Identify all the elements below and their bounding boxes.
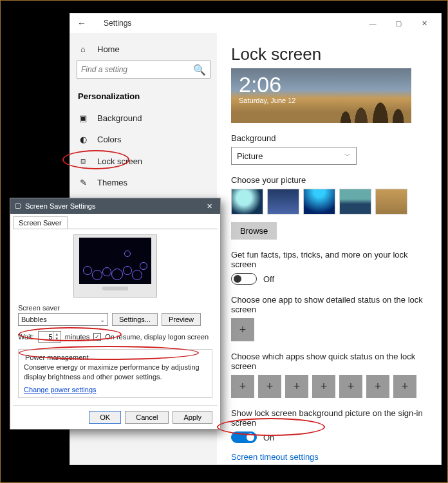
add-quick-app-button[interactable]: +: [393, 375, 416, 398]
preview-time: 2:06: [239, 73, 404, 95]
add-quick-app-button[interactable]: +: [258, 375, 281, 398]
browse-button[interactable]: Browse: [231, 222, 277, 240]
dialog-close-button[interactable]: ✕: [202, 202, 216, 211]
screen-timeout-link[interactable]: Screen timeout settings: [231, 452, 427, 462]
search-icon: 🔍: [193, 64, 206, 76]
sidebar-item-colors[interactable]: ◐ Colors: [70, 129, 217, 150]
minimize-button[interactable]: —: [360, 14, 386, 32]
dialog-titlebar: 🖵 Screen Saver Settings ✕: [10, 198, 220, 214]
screensaver-select[interactable]: Bubbles ⌄: [18, 313, 108, 326]
picture-thumb[interactable]: [303, 189, 335, 214]
sidebar-item-background[interactable]: ▣ Background: [70, 108, 217, 129]
power-management-group: Power management Conserve energy or maxi…: [18, 349, 212, 398]
signin-picture-label: Show lock screen background picture on t…: [231, 408, 427, 428]
spinner-arrows-icon[interactable]: ▲▼: [53, 332, 61, 341]
add-quick-app-button[interactable]: +: [231, 375, 254, 398]
add-detailed-app-button[interactable]: +: [231, 318, 254, 341]
ok-button[interactable]: OK: [89, 411, 121, 424]
sidebar-item-label: Colors: [97, 135, 122, 144]
chevron-down-icon: ﹀: [344, 151, 351, 160]
background-value: Picture: [237, 151, 263, 161]
apply-button[interactable]: Apply: [173, 411, 212, 424]
screensaver-preview-button[interactable]: Preview: [162, 313, 201, 326]
sidebar-item-themes[interactable]: ✎ Themes: [70, 172, 217, 193]
dialog-title: Screen Saver Settings: [25, 202, 95, 210]
fun-facts-label: Get fun facts, tips, tricks, and more on…: [231, 250, 427, 269]
close-button[interactable]: ✕: [411, 14, 437, 32]
back-icon[interactable]: ←: [74, 18, 89, 28]
resume-label: On resume, display logon screen: [105, 333, 209, 341]
screen-saver-dialog: 🖵 Screen Saver Settings ✕ Screen Saver S…: [10, 198, 221, 430]
background-dropdown[interactable]: Picture ﹀: [231, 147, 357, 165]
lockscreen-preview: 2:06 Saturday, June 12: [231, 68, 411, 123]
sidebar-item-lock-screen[interactable]: ⧈ Lock screen: [70, 150, 217, 172]
page-title: Lock screen: [231, 44, 427, 64]
background-label: Background: [231, 133, 427, 143]
wait-label: Wait:: [18, 333, 34, 341]
detailed-status-label: Choose one app to show detailed status o…: [231, 295, 427, 314]
add-quick-app-button[interactable]: +: [312, 375, 335, 398]
sidebar-item-label: Lock screen: [97, 156, 142, 166]
chevron-down-icon: ⌄: [100, 316, 105, 323]
change-power-settings-link[interactable]: Change power settings: [24, 386, 97, 393]
add-quick-app-button[interactable]: +: [285, 375, 308, 398]
picture-thumb[interactable]: [375, 189, 407, 214]
image-icon: ▣: [78, 113, 88, 123]
home-label: Home: [97, 44, 120, 54]
sidebar-item-label: Background: [97, 113, 142, 123]
screensaver-group-label: Screen saver: [18, 304, 212, 312]
picture-thumb[interactable]: [267, 189, 299, 214]
picture-thumb[interactable]: [231, 189, 263, 214]
cancel-button[interactable]: Cancel: [125, 411, 169, 424]
power-management-title: Power management: [23, 354, 91, 361]
search-field[interactable]: [81, 65, 193, 74]
fun-facts-state: Off: [263, 274, 274, 284]
power-management-desc: Conserve energy or maximize performance …: [24, 363, 207, 382]
settings-titlebar: ← Settings — ▢ ✕: [70, 14, 441, 33]
themes-icon: ✎: [78, 178, 88, 187]
screensaver-settings-button[interactable]: Settings...: [112, 313, 158, 326]
add-quick-app-button[interactable]: +: [339, 375, 362, 398]
screensaver-value: Bubbles: [21, 316, 47, 323]
category-label: Personalization: [70, 85, 217, 108]
fun-facts-toggle[interactable]: [231, 273, 257, 285]
sidebar-home[interactable]: ⌂ Home: [70, 39, 217, 59]
signin-picture-state: On: [263, 433, 274, 442]
wait-minutes-input[interactable]: ▲▼: [38, 331, 61, 343]
sidebar-item-label: Themes: [97, 178, 127, 187]
resume-checkbox[interactable]: ✓: [93, 333, 101, 341]
choose-picture-label: Choose your picture: [231, 175, 427, 185]
maximize-button[interactable]: ▢: [386, 14, 411, 32]
search-input[interactable]: 🔍: [77, 61, 210, 79]
add-quick-app-button[interactable]: +: [366, 375, 389, 398]
lockscreen-page: Lock screen 2:06 Saturday, June 12 Backg…: [217, 33, 441, 464]
palette-icon: ◐: [78, 135, 88, 144]
lock-icon: ⧈: [78, 156, 88, 166]
wait-value[interactable]: [39, 333, 53, 341]
app-title: Settings: [104, 19, 131, 28]
picture-thumbnails: [231, 189, 427, 214]
picture-thumb[interactable]: [339, 189, 371, 214]
screensaver-preview-monitor: [73, 234, 157, 298]
tab-screen-saver[interactable]: Screen Saver: [13, 216, 68, 229]
quick-status-label: Choose which apps show quick status on t…: [231, 352, 427, 371]
signin-picture-toggle[interactable]: [231, 431, 257, 443]
home-icon: ⌂: [78, 44, 88, 54]
wait-unit: minutes: [65, 333, 90, 341]
monitor-icon: 🖵: [14, 202, 21, 210]
